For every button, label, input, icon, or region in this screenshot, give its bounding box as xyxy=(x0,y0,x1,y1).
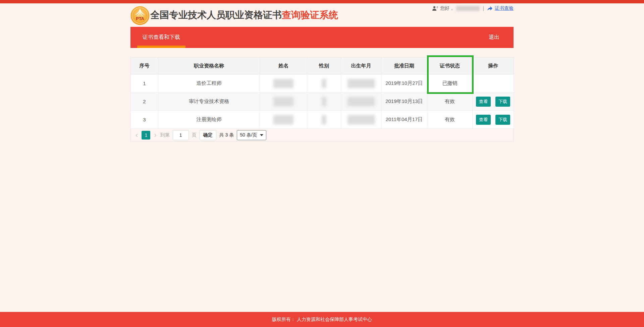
redacted-gender xyxy=(322,115,326,124)
col-header-birth: 出生年月 xyxy=(341,58,381,74)
title-dark: 全国专业技术人员职业资格证书 xyxy=(150,10,282,20)
goto-page-label: 到第 xyxy=(160,132,170,138)
redacted-birth xyxy=(347,97,375,106)
table-row: 3 注册测绘师 2011年04月17日 有效 查看 下载 xyxy=(131,111,514,129)
page-size-value: 50 条/页 xyxy=(240,132,257,138)
cell-approve-date: 2019年10月13日 xyxy=(381,93,427,111)
table-row: 2 审计专业技术资格 2019年10月13日 有效 查看 下载 xyxy=(131,93,514,111)
page-footer: 版权所有： 人力资源和社会保障部人事考试中心 xyxy=(0,312,644,327)
cell-qualification: 注册测绘师 xyxy=(158,111,260,129)
goto-page-input[interactable] xyxy=(173,130,189,140)
chevron-down-icon xyxy=(260,134,263,136)
cell-birth xyxy=(341,74,381,93)
page-title: 全国专业技术人员职业资格证书查询验证系统 xyxy=(150,9,338,21)
view-button[interactable]: 查看 xyxy=(476,115,491,125)
certificate-table: 序号 职业资格名称 姓名 性别 出生年月 批准日期 证书状态 操作 1 造价工程… xyxy=(130,57,514,129)
title-red: 查询验证系统 xyxy=(282,10,338,20)
brand: PTA 全国专业技术人员职业资格证书查询验证系统 xyxy=(130,5,338,25)
redacted-gender xyxy=(322,97,326,106)
download-button[interactable]: 下载 xyxy=(495,115,510,125)
cell-gender xyxy=(307,74,341,93)
col-header-gender: 性别 xyxy=(307,58,341,74)
cell-name xyxy=(260,74,307,93)
cell-qualification: 造价工程师 xyxy=(158,74,260,93)
page-unit-label: 页 xyxy=(192,132,197,138)
active-tab-underline xyxy=(137,46,185,48)
col-header-status: 证书状态 xyxy=(427,58,473,74)
cell-actions: 查看 下载 xyxy=(473,111,514,129)
redacted-gender xyxy=(322,79,326,88)
redacted-birth xyxy=(347,115,375,124)
col-header-name: 姓名 xyxy=(260,58,307,74)
redacted-username xyxy=(456,6,480,11)
logout-button[interactable]: 退出 xyxy=(489,27,499,48)
cell-status: 有效 xyxy=(427,111,473,129)
cell-gender xyxy=(307,111,341,129)
redacted-name xyxy=(273,79,293,88)
greeting-text: 您好， xyxy=(440,5,454,11)
cell-index: 1 xyxy=(131,74,158,93)
redacted-birth xyxy=(347,79,375,88)
page-header: PTA 全国专业技术人员职业资格证书查询验证系统 您好， | 证书查验 xyxy=(130,3,514,27)
cell-birth xyxy=(341,93,381,111)
share-arrow-icon xyxy=(487,6,493,11)
cell-actions xyxy=(473,74,514,93)
separator: | xyxy=(483,6,484,11)
copyright-text: 版权所有： 人力资源和社会保障部人事考试中心 xyxy=(272,317,372,323)
cell-approve-date: 2019年10月27日 xyxy=(381,74,427,93)
user-icon xyxy=(432,6,438,11)
cell-birth xyxy=(341,111,381,129)
svg-text:PTA: PTA xyxy=(136,16,145,21)
col-header-approve-date: 批准日期 xyxy=(381,58,427,74)
cell-name xyxy=(260,93,307,111)
total-count-label: 共 3 条 xyxy=(219,132,234,138)
cell-status: 有效 xyxy=(427,93,473,111)
col-header-actions: 操作 xyxy=(473,58,514,74)
cell-status: 已撤销 xyxy=(427,74,473,93)
pta-logo-icon: PTA xyxy=(130,6,150,25)
cell-approve-date: 2011年04月17日 xyxy=(381,111,427,129)
cell-name xyxy=(260,111,307,129)
download-button[interactable]: 下载 xyxy=(495,97,510,107)
page-size-select[interactable]: 50 条/页 xyxy=(237,130,266,140)
certificate-verify-link[interactable]: 证书查验 xyxy=(495,5,514,11)
user-bar: 您好， | 证书查验 xyxy=(432,5,514,11)
prev-page-icon[interactable]: ‹ xyxy=(135,131,139,139)
redacted-name xyxy=(273,97,293,106)
confirm-button[interactable]: 确定 xyxy=(200,130,216,140)
table-row: 1 造价工程师 2019年10月27日 已撤销 xyxy=(131,74,514,93)
top-accent-strip xyxy=(0,0,644,3)
pagination-bar: ‹ 1 › 到第 页 确定 共 3 条 50 条/页 xyxy=(130,129,514,142)
tab-label: 证书查看和下载 xyxy=(143,34,180,41)
cell-index: 3 xyxy=(131,111,158,129)
tab-view-download-certificates[interactable]: 证书查看和下载 xyxy=(137,27,185,48)
current-page-button[interactable]: 1 xyxy=(142,131,150,140)
cell-gender xyxy=(307,93,341,111)
col-header-index: 序号 xyxy=(131,58,158,74)
certificate-table-card: 序号 职业资格名称 姓名 性别 出生年月 批准日期 证书状态 操作 1 造价工程… xyxy=(130,57,514,142)
next-page-icon[interactable]: › xyxy=(153,131,157,139)
nav-bar: 证书查看和下载 退出 xyxy=(130,27,514,48)
view-button[interactable]: 查看 xyxy=(476,97,491,107)
cell-actions: 查看 下载 xyxy=(473,93,514,111)
table-header-row: 序号 职业资格名称 姓名 性别 出生年月 批准日期 证书状态 操作 xyxy=(131,58,514,74)
cell-index: 2 xyxy=(131,93,158,111)
redacted-name xyxy=(273,115,293,124)
cell-qualification: 审计专业技术资格 xyxy=(158,93,260,111)
col-header-qualification: 职业资格名称 xyxy=(158,58,260,74)
